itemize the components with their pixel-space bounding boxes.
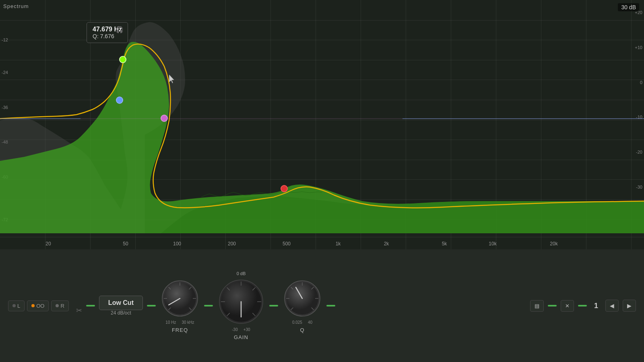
arrow-right-icon: ▶ (627, 302, 632, 309)
channel-l-button[interactable]: L (8, 300, 25, 311)
control-bar: L OO R ✂ Low Cut 24 dB/oct (0, 249, 644, 362)
bypass-button[interactable]: ▤ (530, 300, 544, 312)
gain-max: +30 (244, 327, 250, 332)
eq-node-red[interactable] (281, 185, 288, 192)
next-band-button[interactable]: ▶ (623, 300, 636, 312)
l-dot (12, 304, 16, 307)
prev-band-button[interactable]: ◀ (605, 300, 619, 312)
q-min: 0.025 (292, 320, 302, 325)
freq-knob-group: 10 Hz 30 kHz FREQ (160, 278, 200, 333)
freq-range: 10 Hz 30 kHz (165, 320, 194, 325)
eq-node-blue[interactable] (116, 97, 123, 104)
gain-knob-group: 0 dB -30 +30 (217, 271, 265, 340)
band-number: 1 (591, 300, 601, 312)
led-3 (204, 305, 213, 306)
led-2 (147, 305, 156, 306)
gain-label: GAIN (234, 334, 248, 340)
channel-r-button[interactable]: R (51, 300, 68, 311)
freq-knob[interactable] (160, 278, 200, 319)
tooltip: 🎧 47.679 Hz Q: 7.676 (87, 22, 128, 43)
r-dot (56, 304, 59, 307)
gain-min: -30 (232, 327, 237, 332)
led-1 (86, 305, 95, 306)
oo-dot (31, 304, 35, 307)
led-7 (578, 305, 587, 306)
led-4 (269, 305, 278, 306)
freq-label: FREQ (172, 327, 188, 333)
q-label: Q (300, 327, 304, 333)
freq-min: 10 Hz (165, 320, 176, 325)
eq-node-green[interactable] (119, 56, 126, 63)
q-knob-group: 0.025 40 Q (282, 278, 322, 333)
channel-l-label: L (17, 303, 20, 309)
gain-range: -30 +30 (232, 327, 250, 332)
bypass-icon: ▤ (535, 303, 539, 309)
filter-type-button[interactable]: Low Cut (99, 296, 143, 310)
filter-sub-label: 24 dB/oct (111, 310, 131, 316)
gain-label-top: 0 dB (237, 271, 246, 276)
tooltip-q: Q: 7.676 (93, 33, 122, 39)
gain-knob[interactable] (217, 278, 265, 326)
scissors-icon: ✂ (76, 306, 82, 315)
headphone-icon: 🎧 (116, 26, 124, 33)
q-range: 0.025 40 (292, 320, 312, 325)
eq-display: -12 -24 -36 -48 -60 -72 +20 +10 0 -10 -2… (0, 0, 644, 249)
q-knob[interactable] (282, 278, 322, 319)
led-5 (326, 305, 335, 306)
close-icon: ✕ (565, 303, 570, 309)
close-button[interactable]: ✕ (561, 300, 574, 312)
led-6 (548, 305, 557, 306)
channel-group: L OO R (8, 300, 69, 311)
channel-r-label: R (60, 303, 64, 309)
q-max: 40 (308, 320, 312, 325)
channel-oo-button[interactable]: OO (27, 300, 49, 311)
channel-oo-label: OO (36, 303, 44, 309)
eq-node-pink[interactable] (161, 115, 168, 122)
freq-max: 30 kHz (182, 320, 194, 325)
arrow-left-icon: ◀ (610, 302, 614, 309)
